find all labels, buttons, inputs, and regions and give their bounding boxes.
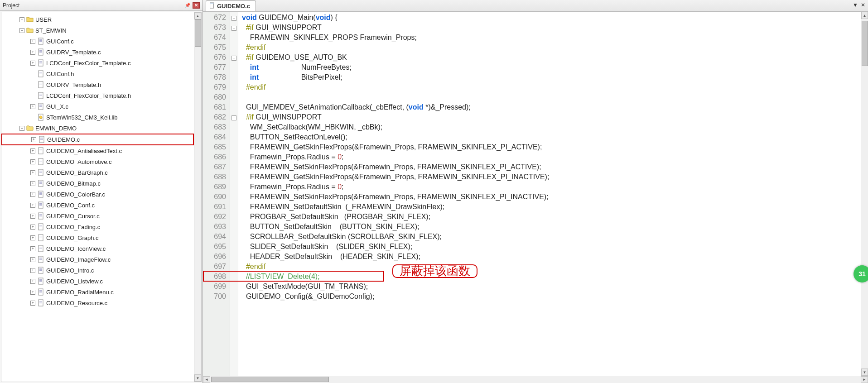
code-line[interactable]: int BitsPerPixel; [242,72,861,82]
tree-file[interactable]: +GUIDEMO_ImageFlow.c [1,254,194,265]
tree-file[interactable]: STemWin532_CM3_Keil.lib [1,112,194,123]
code-line[interactable]: GUI_SetTextMode(GUI_TM_TRANS); [242,282,861,292]
tree-toggle[interactable]: + [30,301,35,306]
tree-file[interactable]: +GUIConf.c [1,36,194,47]
code-line[interactable]: int NumFreeBytes; [242,62,861,72]
tree-file[interactable]: +GUIDEMO_Graph.c [1,232,194,243]
hscroll-track[interactable] [210,376,861,383]
code-line[interactable]: FRAMEWIN_GetSkinFlexProps(&Framewin_Prop… [242,172,861,182]
tree-file[interactable]: +GUIDEMO_Cursor.c [1,211,194,221]
tree-toggle[interactable]: − [19,126,24,131]
code-line[interactable]: FRAMEWIN_SetSkinFlexProps(&Framewin_Prop… [242,192,861,202]
scroll-thumb[interactable] [195,19,201,47]
tree-file[interactable]: +GUIDEMO_Bitmap.c [1,178,194,189]
tree-toggle[interactable]: + [30,159,35,164]
tree-toggle[interactable]: + [30,104,35,109]
close-icon[interactable]: ✕ [193,2,200,9]
tree-file[interactable]: +GUIDEMO_RadialMenu.c [1,287,194,297]
fold-column[interactable]: -- - - [230,12,238,376]
tab-close-icon[interactable]: ✕ [861,2,865,8]
tree-file[interactable]: +GUI_X.c [1,101,194,112]
tree-file[interactable]: GUIDRV_Template.h [1,79,194,90]
code-line[interactable]: BUTTON_SetDefaultSkin (BUTTON_SKIN_FLEX)… [242,222,861,232]
code-line[interactable]: SLIDER_SetDefaultSkin (SLIDER_SKIN_FLEX)… [242,242,861,252]
tree-toggle[interactable]: + [30,225,35,230]
scroll-down-icon[interactable]: ▼ [861,369,868,376]
code-line[interactable]: WM_SetCallback(WM_HBKWIN, _cbBk); [242,122,861,132]
tree-file[interactable]: +GUIDEMO_Listview.c [1,276,194,287]
code-line[interactable]: #endif [242,82,861,92]
fold-marker[interactable]: - [230,13,238,23]
code-line[interactable]: GUI_MEMDEV_SetAnimationCallback(_cbEffec… [242,102,861,112]
scroll-right-icon[interactable]: ► [861,376,868,383]
project-tree-scrollbar[interactable]: ▲ ▼ [194,12,201,382]
code-line[interactable]: FRAMEWIN_SKINFLEX_PROPS Framewin_Props; [242,33,861,43]
code-line[interactable]: HEADER_SetDefaultSkin (HEADER_SKIN_FLEX)… [242,252,861,262]
code-line[interactable]: void GUIDEMO_Main(void) { [242,13,861,23]
tree-toggle[interactable]: + [30,39,35,44]
tab-dropdown-icon[interactable]: ▼ [853,2,858,8]
code-line[interactable]: GUIDEMO_Config(&_GUIDemoConfig); [242,292,861,302]
tree-toggle[interactable]: + [30,214,35,219]
editor-vertical-scrollbar[interactable]: ▲ ▼ [861,12,868,376]
tree-toggle[interactable]: − [19,28,24,33]
project-tree[interactable]: +USER−ST_EMWIN+GUIConf.c+GUIDRV_Template… [1,12,194,382]
tree-folder[interactable]: +USER [1,14,194,25]
tree-file[interactable]: +GUIDEMO_Fading.c [1,221,194,232]
tree-file[interactable]: +GUIDRV_Template.c [1,47,194,57]
tree-folder[interactable]: −EMWIN_DEMO [1,123,194,134]
code-line[interactable]: PROGBAR_SetDefaultSkin (PROGBAR_SKIN_FLE… [242,212,861,222]
tree-toggle[interactable]: + [30,192,35,197]
editor-horizontal-scrollbar[interactable]: ◄ ► [203,376,868,383]
fold-marker[interactable]: - [230,112,238,122]
tree-file[interactable]: +GUIDEMO_IconView.c [1,243,194,254]
tree-file[interactable]: GUIConf.h [1,68,194,79]
fold-marker[interactable]: - [230,53,238,62]
tree-toggle[interactable]: + [30,170,35,175]
tree-folder[interactable]: −ST_EMWIN [1,25,194,36]
tree-file[interactable]: +LCDConf_FlexColor_Template.c [1,57,194,68]
code-editor[interactable]: 6726736746756766776786796806816826836846… [203,12,868,376]
code-line[interactable]: FRAMEWIN_SetDefaultSkin (_FRAMEWIN_DrawS… [242,202,861,212]
code-line[interactable]: Framewin_Props.Radius = 0; [242,152,861,162]
tree-toggle[interactable]: + [30,50,35,55]
tree-file[interactable]: +GUIDEMO_Conf.c [1,200,194,211]
tree-file[interactable]: +GUIDEMO.c [1,134,194,145]
code-line[interactable]: #endif [242,43,861,53]
scroll-thumb[interactable] [862,21,868,66]
tree-toggle[interactable]: + [30,290,35,295]
code-line[interactable]: FRAMEWIN_SetSkinFlexProps(&Framewin_Prop… [242,162,861,172]
tree-toggle[interactable]: + [30,235,35,240]
tree-toggle[interactable]: + [30,246,35,251]
tree-file[interactable]: +GUIDEMO_ColorBar.c [1,189,194,200]
code-line[interactable]: Framewin_Props.Radius = 0; [242,182,861,192]
pin-icon[interactable]: 📌 [184,2,191,9]
tree-file[interactable]: LCDConf_FlexColor_Template.h [1,90,194,101]
tree-file[interactable]: +GUIDEMO_BarGraph.c [1,167,194,178]
tree-toggle[interactable]: + [30,279,35,284]
scroll-left-icon[interactable]: ◄ [203,376,210,383]
tree-toggle[interactable]: + [19,17,24,22]
scroll-up-icon[interactable]: ▲ [861,12,868,19]
code-line[interactable]: FRAMEWIN_GetSkinFlexProps(&Framewin_Prop… [242,142,861,152]
code-line[interactable]: #if GUI_WINSUPPORT [242,112,861,122]
code-line[interactable]: BUTTON_SetReactOnLevel(); [242,132,861,142]
code-line[interactable] [242,92,861,102]
tree-toggle[interactable]: + [30,257,35,262]
code-content[interactable]: void GUIDEMO_Main(void) { #if GUI_WINSUP… [238,12,861,376]
code-line[interactable]: #endif [242,262,861,272]
tree-file[interactable]: +GUIDEMO_Intro.c [1,265,194,276]
code-line[interactable]: SCROLLBAR_SetDefaultSkin (SCROLLBAR_SKIN… [242,232,861,242]
tree-toggle[interactable]: + [30,61,35,66]
tree-toggle[interactable]: + [30,148,35,153]
tree-file[interactable]: +GUIDEMO_Automotive.c [1,156,194,167]
fold-marker[interactable]: - [230,23,238,33]
tree-file[interactable]: +GUIDEMO_AntialiasedText.c [1,145,194,156]
editor-tab-active[interactable]: GUIDEMO.c [206,0,256,11]
tree-toggle[interactable]: + [30,268,35,273]
tree-toggle[interactable]: + [30,181,35,186]
hscroll-thumb[interactable] [211,377,329,382]
scroll-up-icon[interactable]: ▲ [194,12,201,19]
tree-file[interactable]: +GUIDEMO_Resource.c [1,297,194,308]
code-line[interactable]: #if GUIDEMO_USE_AUTO_BK [242,53,861,62]
